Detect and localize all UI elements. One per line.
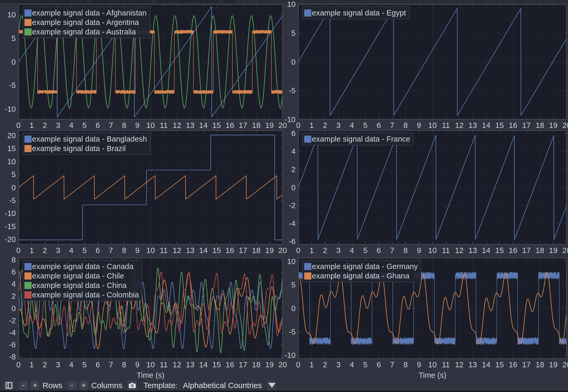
x-tick-label: 14 xyxy=(482,121,490,129)
template-dropdown-button[interactable] xyxy=(267,381,277,390)
legend-label: example signal data - Chile xyxy=(32,272,124,280)
x-tick-label: 1 xyxy=(310,361,314,369)
rows-label: Rows xyxy=(43,381,62,390)
y-tick-label: 15 xyxy=(7,145,16,152)
legend-item[interactable]: example signal data - China xyxy=(24,281,139,290)
x-tick-label: 20 xyxy=(278,361,287,369)
x-tick-label: 11 xyxy=(442,361,450,369)
x-tick-label: 8 xyxy=(403,246,408,254)
legend-item[interactable]: example signal data - Bangladesh xyxy=(24,134,147,144)
y-tick-label: 0 xyxy=(291,58,296,66)
legend-label: example signal data - Afghanistan xyxy=(32,9,146,17)
plot-legend: example signal data - France xyxy=(302,133,414,145)
x-tick-label: 12 xyxy=(173,361,181,369)
y-tick-label: 4 xyxy=(12,280,16,288)
x-tick-label: 15 xyxy=(495,246,504,254)
legend-item[interactable]: example signal data - Canada xyxy=(24,262,139,271)
x-tick-label: 16 xyxy=(509,361,517,369)
x-tick-label: 9 xyxy=(135,361,139,369)
x-tick-label: 15 xyxy=(495,121,504,129)
rows-remove-button[interactable]: - xyxy=(19,381,28,390)
x-tick-label: 1 xyxy=(29,246,34,254)
legend-item[interactable]: example signal data - Afghanistan xyxy=(24,8,146,18)
x-tick-label: 2 xyxy=(323,361,327,369)
legend-item[interactable]: example signal data - Germany xyxy=(304,262,418,271)
x-tick-label: 10 xyxy=(146,361,155,369)
x-tick-label: 7 xyxy=(109,246,113,254)
x-tick-label: 4 xyxy=(350,121,354,129)
legend-label: example signal data - Ghana xyxy=(312,272,409,280)
x-tick-label: 11 xyxy=(442,121,450,129)
x-tick-label: 7 xyxy=(109,361,113,369)
y-tick-label: -2 xyxy=(9,317,16,324)
x-tick-label: 4 xyxy=(69,246,73,254)
y-tick-label: -20 xyxy=(5,235,16,243)
legend-item[interactable]: example signal data - Colombia xyxy=(24,290,139,300)
x-tick-label: 10 xyxy=(428,246,437,254)
x-tick-label: 17 xyxy=(239,121,247,129)
legend-swatch xyxy=(24,272,32,280)
legend-swatch xyxy=(304,136,311,143)
x-tick-label: 17 xyxy=(522,246,531,254)
y-tick-label: -10 xyxy=(285,116,296,123)
y-tick-label: -8 xyxy=(9,353,16,361)
x-tick-label: 10 xyxy=(146,121,155,129)
x-tick-label: 2 xyxy=(43,121,47,129)
y-tick-label: 2 xyxy=(12,292,16,300)
legend-label: example signal data - Argentina xyxy=(32,18,139,27)
plot-legend: example signal data - Egypt xyxy=(302,7,409,19)
plot-canvas-1[interactable] xyxy=(298,4,567,120)
legend-item[interactable]: example signal data - Brazil xyxy=(24,144,147,153)
plot-canvas-3[interactable] xyxy=(298,130,567,245)
y-tick-label: 0 xyxy=(12,184,16,192)
x-tick-label: 17 xyxy=(239,361,247,369)
columns-add-button[interactable]: + xyxy=(79,381,88,390)
x-tick-label: 7 xyxy=(390,246,394,254)
legend-swatch xyxy=(24,9,32,17)
legend-swatch xyxy=(24,28,32,35)
bottom-toolbar: - + Rows - + Columns Template: Alphabeti… xyxy=(0,380,568,391)
legend-item[interactable]: example signal data - Ghana xyxy=(304,271,418,281)
legend-swatch xyxy=(304,272,311,280)
legend-item[interactable]: example signal data - Egypt xyxy=(304,8,406,18)
y-tick-label: 20 xyxy=(7,132,16,140)
legend-label: example signal data - Egypt xyxy=(312,9,406,17)
x-tick-label: 1 xyxy=(310,246,314,254)
legend-item[interactable]: example signal data - Australia xyxy=(24,27,146,37)
x-tick-label: 11 xyxy=(442,246,450,254)
legend-item[interactable]: example signal data - Chile xyxy=(24,271,139,281)
y-tick-label: 5 xyxy=(291,281,296,289)
legend-item[interactable]: example signal data - France xyxy=(304,134,410,144)
legend-label: example signal data - China xyxy=(32,281,126,290)
legend-item[interactable]: example signal data - Argentina xyxy=(24,18,146,27)
x-axis-title: Time (s) xyxy=(419,371,446,380)
y-tick-label: 0 xyxy=(291,184,296,192)
y-tick-label: -5 xyxy=(9,197,16,204)
x-tick-label: 1 xyxy=(310,121,314,129)
legend-swatch xyxy=(24,19,32,26)
x-tick-label: 6 xyxy=(95,246,100,254)
layout-panel-button[interactable] xyxy=(4,381,14,390)
window-bottom-edge xyxy=(0,391,568,392)
x-tick-label: 20 xyxy=(562,246,568,254)
y-tick-label: -10 xyxy=(5,209,16,217)
x-tick-label: 9 xyxy=(417,246,421,254)
columns-remove-button[interactable]: - xyxy=(68,381,76,390)
x-tick-label: 3 xyxy=(336,361,341,369)
x-tick-label: 4 xyxy=(69,121,73,129)
x-tick-label: 14 xyxy=(482,246,490,254)
x-tick-label: 12 xyxy=(173,121,181,129)
x-tick-label: 13 xyxy=(186,121,194,129)
x-tick-label: 0 xyxy=(16,246,21,254)
snapshot-camera-button[interactable] xyxy=(128,381,137,390)
legend-label: example signal data - Australia xyxy=(32,28,136,36)
y-tick-label: 0 xyxy=(12,305,16,312)
template-selected-value[interactable]: Alphabetical Countries xyxy=(183,381,262,390)
legend-label: example signal data - France xyxy=(312,135,410,143)
x-tick-label: 18 xyxy=(252,246,260,254)
rows-add-button[interactable]: + xyxy=(31,381,39,390)
y-tick-label: -10 xyxy=(5,105,16,113)
legend-swatch xyxy=(24,145,32,152)
x-tick-label: 3 xyxy=(56,361,60,369)
x-tick-label: 9 xyxy=(417,121,421,129)
